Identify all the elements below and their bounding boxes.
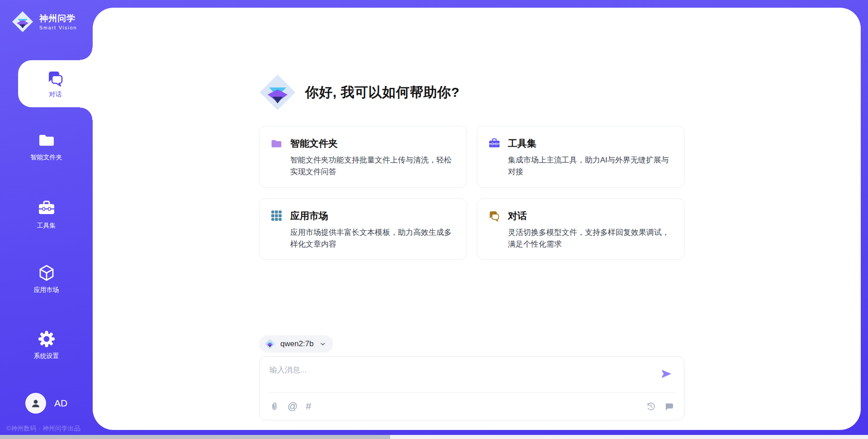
card-title: 应用市场 (290, 210, 328, 222)
sidebar-item-chat[interactable]: 对话 (18, 60, 93, 107)
card-description: 集成市场上主流工具，助力AI与外界无缝扩展与对接 (508, 154, 673, 178)
paperclip-icon (269, 401, 279, 411)
feature-cards: 智能文件夹 智能文件夹功能支持批量文件上传与清洗，轻松实现文件问答 工具集 集成… (259, 126, 684, 260)
greeting-text: 你好, 我可以如何帮助你? (305, 83, 460, 102)
sidebar-item-settings[interactable]: 系统设置 (0, 330, 93, 360)
folder-icon (38, 131, 56, 149)
cube-icon (38, 264, 56, 282)
card-app-market[interactable]: 应用市场 应用市场提供丰富长文本模板，助力高效生成多样化文章内容 (259, 198, 467, 260)
mention-icon: @ (288, 401, 297, 411)
greeting: 你好, 我可以如何帮助你? (259, 8, 684, 111)
brand-subtitle: Smart Vision (39, 25, 77, 30)
send-icon (660, 368, 672, 380)
feedback-button[interactable] (664, 401, 674, 411)
sidebar: 神州问学 Smart Vision 对话 智能文件夹 工具集 (0, 0, 93, 439)
user-avatar-icon (30, 397, 42, 409)
model-selector-value: qwen2:7b (280, 339, 314, 348)
user-account[interactable]: AD (0, 393, 93, 414)
card-description: 应用市场提供丰富长文本模板，助力高效生成多样化文章内容 (290, 227, 455, 251)
card-title: 工具集 (508, 137, 537, 150)
sidebar-item-smart-folder[interactable]: 智能文件夹 (0, 131, 93, 162)
sidebar-item-label: 应用市场 (34, 286, 59, 294)
topic-button[interactable]: # (306, 401, 311, 411)
history-button[interactable] (646, 401, 656, 411)
model-selector[interactable]: qwen2:7b (259, 335, 333, 353)
sidebar-item-label: 对话 (49, 91, 62, 99)
chat-icon (488, 210, 500, 222)
chat-bubble-icon (664, 401, 674, 411)
sidebar-item-label: 系统设置 (34, 352, 59, 360)
brand-name: 神州问学 (39, 13, 77, 24)
history-icon (646, 401, 656, 411)
sidebar-item-toolset[interactable]: 工具集 (0, 200, 93, 230)
sidebar-footer-text: ©神州数码 · 神州问学出品 (6, 425, 80, 433)
card-chat[interactable]: 对话 灵活切换多模型文件，支持多样回复效果调试，满足个性化需求 (477, 198, 685, 260)
briefcase-icon (38, 200, 56, 218)
diamond-logo-icon (12, 11, 33, 33)
card-toolset[interactable]: 工具集 集成市场上主流工具，助力AI与外界无缝扩展与对接 (477, 126, 685, 188)
sidebar-item-app-market[interactable]: 应用市场 (0, 264, 93, 294)
app-logo: 神州问学 Smart Vision (12, 11, 77, 33)
chat-icon (47, 69, 65, 87)
user-name: AD (54, 398, 67, 409)
chevron-down-icon (319, 340, 327, 348)
briefcase-icon (488, 138, 500, 150)
main-panel: 你好, 我可以如何帮助你? 智能文件夹 智能文件夹功能支持批量文件上传与清洗，轻… (93, 8, 861, 430)
message-composer: @ # (259, 356, 684, 420)
avatar (25, 393, 46, 414)
send-button[interactable] (660, 367, 673, 381)
gear-icon (38, 330, 56, 348)
folder-icon (270, 138, 283, 150)
message-input[interactable] (269, 365, 652, 387)
card-title: 对话 (508, 210, 527, 222)
horizontal-scrollbar[interactable] (0, 435, 868, 439)
diamond-logo-icon (264, 339, 275, 349)
sidebar-item-label: 智能文件夹 (31, 153, 62, 162)
sidebar-item-label: 工具集 (37, 222, 56, 230)
grid-icon (270, 210, 283, 222)
scrollbar-thumb[interactable] (0, 435, 390, 439)
card-description: 灵活切换多模型文件，支持多样回复效果调试，满足个性化需求 (508, 227, 673, 251)
topic-icon: # (306, 401, 311, 411)
card-title: 智能文件夹 (290, 137, 338, 150)
mention-button[interactable]: @ (288, 401, 297, 411)
card-smart-folder[interactable]: 智能文件夹 智能文件夹功能支持批量文件上传与清洗，轻松实现文件问答 (259, 126, 467, 188)
card-description: 智能文件夹功能支持批量文件上传与清洗，轻松实现文件问答 (290, 154, 455, 178)
attach-file-button[interactable] (269, 401, 279, 411)
diamond-logo-icon (259, 74, 296, 111)
